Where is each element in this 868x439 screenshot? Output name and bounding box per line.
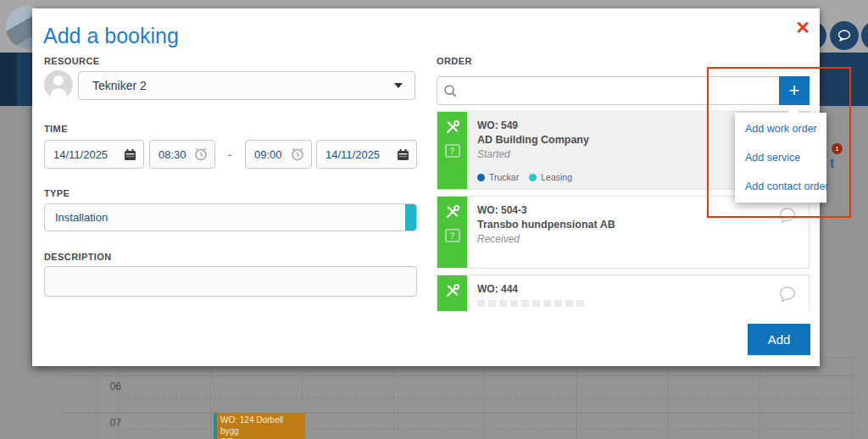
resource-select[interactable]: Tekniker 2 [78, 71, 415, 100]
calendar-grid-line [393, 357, 394, 439]
work-order-item[interactable]: WO: 444 [437, 275, 810, 311]
work-order-company: AD Building Company [477, 134, 775, 146]
calendar-grid-line [668, 357, 669, 439]
chat-bubble-icon [837, 29, 852, 42]
order-search-input[interactable] [458, 85, 804, 97]
avatar-shoulders [50, 88, 67, 99]
time-label: TIME [44, 124, 68, 134]
calendar-grid-line [851, 357, 852, 439]
work-order-type-strip: ? [437, 197, 467, 268]
tools-icon [444, 119, 461, 136]
comment-bubble-icon[interactable] [778, 207, 797, 224]
resource-label: RESOURCE [44, 56, 100, 66]
chevron-down-icon [394, 83, 403, 88]
clock-icon [291, 147, 304, 161]
add-order-button[interactable]: + [779, 76, 810, 105]
partial-background-link: t [830, 156, 834, 171]
start-time-value: 08:30 [159, 148, 194, 161]
menu-item-add-contact-order[interactable]: Add contact order [735, 172, 826, 201]
calendar-grid-line [210, 357, 211, 439]
clock-icon [194, 147, 208, 161]
calendar-icon [124, 148, 136, 161]
calendar-time-label: 07 [87, 417, 121, 429]
time-range-separator: - [221, 140, 238, 169]
search-icon [442, 83, 458, 98]
work-order-company: Transbo hundpensionat AB [477, 219, 775, 231]
type-select-value: Installation [55, 211, 108, 224]
start-date-input[interactable]: 14/11/2025 [44, 140, 144, 169]
work-order-type-strip [437, 275, 467, 311]
calendar-time-label: 06 [87, 381, 121, 392]
menu-item-add-service[interactable]: Add service [735, 143, 826, 172]
tools-icon [444, 282, 461, 299]
work-order-number: WO: 549 [477, 119, 775, 131]
calendar-event[interactable]: WO: 124 Dorbell bygg Office [214, 413, 305, 439]
work-order-number: WO: 444 [477, 283, 775, 295]
end-time-value: 09:00 [254, 148, 291, 161]
end-date-value: 14/11/2025 [326, 148, 397, 161]
tools-icon [444, 203, 461, 220]
description-label: DESCRIPTION [44, 252, 112, 262]
work-order-type-strip: ? [437, 112, 467, 189]
tag-dot-icon [477, 174, 485, 181]
add-order-dropdown: Add work order Add service Add contact o… [735, 113, 826, 203]
calendar-half-hour-line [119, 394, 856, 395]
end-time-input[interactable]: 09:00 [245, 140, 312, 169]
background-navy-shade [0, 53, 17, 106]
chat-icon[interactable] [830, 21, 859, 50]
calendar-grid-line [760, 357, 760, 439]
notification-badge: 1 [832, 143, 843, 154]
tag-label: Leasing [541, 172, 572, 182]
calendar-hour-line [64, 413, 856, 414]
calendar-grid-line [485, 357, 486, 439]
calendar-event-title: WO: 124 Dorbell bygg [220, 414, 302, 436]
avatar-head [53, 75, 64, 86]
tag-truckar: Truckar [477, 172, 519, 182]
end-date-input[interactable]: 14/11/2025 [316, 140, 417, 169]
comment-bubble-icon[interactable] [778, 286, 797, 303]
order-label: ORDER [437, 56, 472, 66]
modal-title: Add a booking [43, 24, 179, 48]
type-label: TYPE [44, 188, 70, 198]
work-order-number: WO: 504-3 [477, 204, 775, 216]
tag-dot-icon [529, 174, 537, 181]
work-order-tags: Truckar Leasing [477, 172, 572, 182]
work-order-status: Started [477, 148, 775, 160]
start-time-input[interactable]: 08:30 [149, 140, 215, 169]
description-input[interactable] [44, 266, 417, 297]
close-icon[interactable]: ✕ [792, 17, 814, 39]
type-select[interactable]: Installation [44, 203, 417, 231]
add-button[interactable]: Add [748, 324, 810, 355]
calendar-question-icon: ? [445, 229, 460, 242]
resource-select-value: Tekniker 2 [92, 79, 394, 92]
calendar-icon [397, 148, 409, 161]
work-order-company-faded [477, 300, 587, 307]
add-booking-modal: Add a booking ✕ RESOURCE Tekniker 2 TIME… [32, 8, 820, 366]
calendar-question-icon: ? [445, 144, 460, 158]
type-color-accent [405, 204, 416, 231]
dropdown-caret [787, 107, 800, 114]
calendar-hour-line [64, 375, 856, 376]
tag-label: Truckar [489, 172, 519, 182]
resource-avatar [44, 70, 73, 99]
order-search[interactable] [437, 76, 810, 105]
app-root: 1 t 06 07 WO: 124 Dorbell bygg Office Ad… [0, 0, 868, 439]
tag-leasing: Leasing [529, 172, 572, 182]
work-order-status: Received [477, 233, 775, 245]
calendar-grid-line [576, 357, 577, 439]
work-order-item[interactable]: ? WO: 504-3 Transbo hundpensionat AB Rec… [437, 196, 810, 269]
menu-item-add-work-order[interactable]: Add work order [735, 114, 826, 143]
start-date-value: 14/11/2025 [53, 148, 124, 161]
